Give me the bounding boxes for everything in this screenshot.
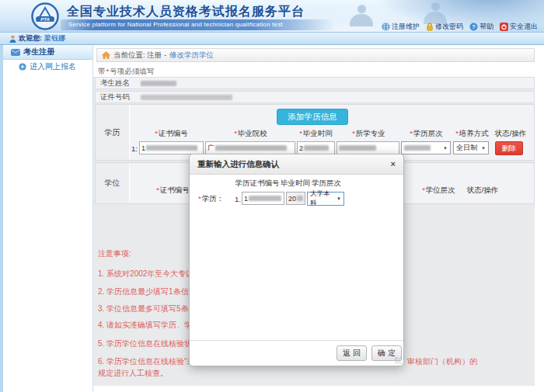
mail-icon (11, 49, 20, 56)
welcome-label: 欢迎您: (19, 33, 42, 43)
edu-grad-date-input[interactable]: 2 (297, 141, 335, 154)
sidebar-item-enter-online-registration[interactable]: 进入网上报名 (3, 60, 92, 74)
close-icon[interactable]: × (391, 160, 396, 168)
candidate-name-value-masked (141, 81, 176, 86)
candidate-name-label: 考生姓名 (96, 78, 141, 88)
edu-mode-select[interactable]: 全日制 (453, 141, 489, 154)
header-banner: PTA 全国专业技术人员资格考试报名服务平台 Service platform … (0, 0, 544, 33)
link-change-password[interactable]: 修改密码 (426, 22, 463, 32)
welcome-bar: 欢迎您: 梁钰娜 (0, 33, 544, 45)
modal-resize-handle[interactable] (395, 357, 402, 364)
notes-title: 注意事项: (98, 248, 131, 259)
modal-titlebar: 重新输入进行信息确认 × (190, 154, 403, 175)
edu-school-input[interactable]: 广 (205, 141, 295, 154)
breadcrumb: 当前位置: 注册 - 修改学历学位 (96, 48, 535, 62)
field-row-id-number: 证件号码 (95, 91, 535, 103)
breadcrumb-prefix: 当前位置: 注册 - (113, 50, 166, 61)
edu-col-school: *毕业院校 (210, 129, 291, 139)
modal-grad-date-input[interactable]: 20 (286, 192, 305, 205)
sidebar-section-registration: 考生注册 (3, 45, 92, 60)
link-help[interactable]: ? 帮助 (469, 22, 493, 32)
header-links: 注册维护 修改密码 ? 帮助 安全退出 (382, 22, 538, 32)
back-button[interactable]: 返 回 (337, 345, 367, 361)
modal-col-cert-number: 学历证书编号 (230, 179, 284, 189)
note-item-6-right-fragment: 审核部门（机构）的 (407, 356, 477, 367)
edu-level-select[interactable] (401, 141, 451, 154)
globe-icon (382, 23, 390, 31)
edu-major-input[interactable] (337, 141, 399, 154)
degree-col-level: *学位层次 (415, 186, 462, 196)
site-subtitle: Service platform for National Profession… (61, 19, 334, 28)
note-item-5: 5. 学历学位信息在线核验状态 (98, 338, 200, 349)
modal-col-level: 学历层次 (306, 179, 347, 189)
page: PTA 全国专业技术人员资格考试报名服务平台 Service platform … (0, 0, 544, 392)
add-education-button[interactable]: 添加学历信息 (277, 109, 348, 125)
required-fields-note: 带*号项必须填写 (98, 67, 154, 77)
link-register-maintain[interactable]: 注册维护 (382, 22, 420, 32)
welcome-username: 梁钰娜 (44, 33, 65, 43)
plus-circle-icon (19, 63, 26, 71)
user-icon (9, 35, 16, 43)
lock-icon (426, 23, 434, 31)
note-item-6: 6. 学历学位信息在线核验“未 (98, 356, 194, 367)
edu-col-grad-date: *毕业时间 (294, 129, 337, 139)
edu-col-major: *所学专业 (339, 129, 398, 139)
banner-person-illustration (424, 2, 447, 24)
link-logout[interactable]: 安全退出 (500, 22, 538, 32)
edu-col-level: *学历层次 (399, 129, 452, 139)
modal-field-label: *学历： (197, 194, 230, 204)
modal-cert-input[interactable]: 1 (242, 192, 284, 205)
modal-row-index: 1. (234, 195, 242, 203)
home-icon (102, 51, 110, 59)
edu-col-cert-number: *证书编号 (134, 129, 208, 139)
pta-logo-icon: PTA (31, 2, 59, 30)
breadcrumb-current-link[interactable]: 修改学历学位 (169, 50, 214, 61)
delete-education-button[interactable]: 删除 (495, 141, 523, 155)
field-row-candidate-name: 考生姓名 (95, 77, 535, 89)
site-title: 全国专业技术人员资格考试报名服务平台 (67, 4, 305, 20)
modal-footer-separator (190, 340, 403, 341)
edu-cert-input[interactable]: 1 (139, 141, 204, 154)
sidebar: 考生注册 进入网上报名 (3, 45, 93, 392)
confirm-info-modal: 重新输入进行信息确认 × 学历证书编号 毕业时间 学历层次 *学历： 1. 1 … (189, 154, 404, 366)
education-row-label: 学历 (96, 105, 130, 160)
edu-row-index: 1: (131, 144, 138, 153)
logout-icon (500, 23, 508, 31)
edu-col-mode: *培养方式 (452, 129, 491, 139)
modal-level-select[interactable]: 大学本科 (307, 192, 344, 206)
id-number-label: 证件号码 (96, 92, 141, 102)
id-number-value-masked (141, 95, 232, 100)
modal-title: 重新输入进行信息确认 (197, 159, 279, 170)
edu-col-status: 状态/操作 (493, 129, 528, 139)
site-subtitle-band: Service platform for National Profession… (61, 19, 334, 30)
degree-row-label: 学位 (96, 163, 130, 203)
help-icon: ? (469, 23, 478, 31)
note-item-4: 4. 请如实准确填写学历、学位 (98, 320, 200, 331)
banner-person-illustration (350, 5, 373, 26)
svg-text:?: ? (472, 23, 476, 30)
svg-text:PTA: PTA (40, 17, 50, 22)
note-item-6-line2: 规定进行人工核查。 (98, 368, 168, 379)
degree-col-status: 状态/操作 (464, 186, 501, 196)
note-item-1: 1. 系统对2002年至今大专以上 (98, 269, 201, 279)
